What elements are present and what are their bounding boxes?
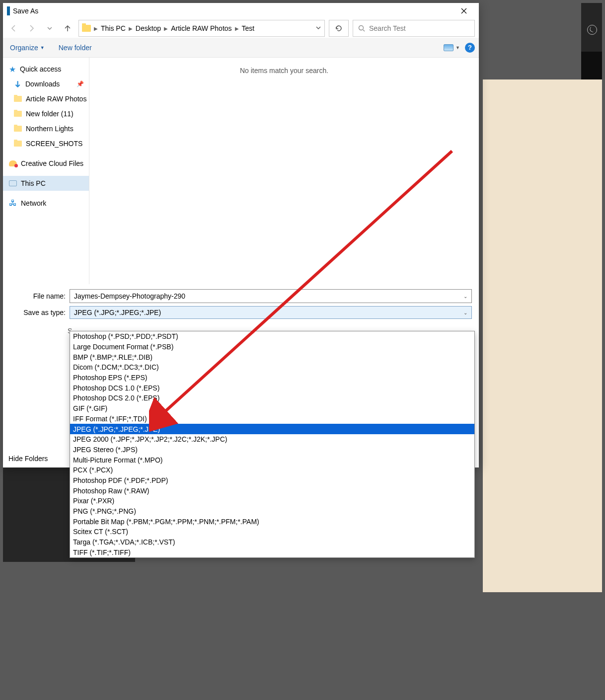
filetype-option[interactable]: Multi-Picture Format (*.MPO) (70, 455, 474, 465)
filetype-option[interactable]: TIFF (*.TIF;*.TIFF) (70, 547, 474, 557)
sidebar-item-downloads[interactable]: ➜ Downloads 📌 (3, 77, 89, 91)
sidebar-this-pc[interactable]: This PC (3, 176, 89, 191)
window-title: Save As (13, 7, 453, 15)
breadcrumb-path[interactable]: ▶ This PC ▶ Desktop ▶ Article RAW Photos… (78, 20, 325, 37)
sidebar-item-folder[interactable]: New folder (11) (3, 106, 89, 121)
breadcrumb-segment[interactable]: Desktop (135, 24, 162, 32)
sidebar-item-folder[interactable]: SCREEN_SHOTS (3, 136, 89, 151)
network-icon: 🖧 (9, 199, 17, 208)
filetype-label: Save as type: (3, 309, 70, 316)
breadcrumb-segment[interactable]: Test (241, 24, 256, 32)
filetype-option[interactable]: JPEG Stereo (*.JPS) (70, 445, 474, 455)
search-box[interactable] (353, 20, 475, 37)
filetype-option[interactable]: Dicom (*.DCM;*.DC3;*.DIC) (70, 362, 474, 373)
folder-icon (14, 141, 22, 147)
filetype-option[interactable]: Portable Bit Map (*.PBM;*.PGM;*.PPM;*.PN… (70, 516, 474, 527)
sidebar-quick-access[interactable]: ★ Quick access (3, 62, 89, 77)
chevron-down-icon: ⌄ (463, 294, 467, 299)
arrow-right-icon (28, 24, 36, 32)
chevron-right-icon: ▶ (164, 26, 168, 31)
close-icon (461, 8, 467, 14)
filetype-option[interactable]: Large Document Format (*.PSB) (70, 342, 474, 352)
sidebar-item-folder[interactable]: Northern Lights (3, 121, 89, 136)
chevron-right-icon: ▶ (129, 26, 133, 31)
back-button[interactable] (7, 21, 21, 35)
sidebar-creative-cloud[interactable]: Creative Cloud Files (3, 156, 89, 171)
breadcrumb-segment[interactable]: Article RAW Photos (170, 24, 232, 32)
filetype-option[interactable]: Photoshop DCS 2.0 (*.EPS) (70, 393, 474, 403)
folder-icon (14, 126, 22, 132)
arrow-up-icon (64, 24, 72, 32)
view-dropdown[interactable]: ▼ (444, 44, 460, 51)
download-icon: ➜ (12, 80, 23, 88)
chevron-down-icon: ⌄ (463, 310, 467, 315)
sidebar-label: Northern Lights (26, 125, 74, 133)
chevron-right-icon: ▶ (235, 26, 239, 31)
filename-value: Jaymes-Dempsey-Photography-290 (74, 292, 185, 300)
folder-icon (14, 96, 22, 102)
sidebar-label: Quick access (20, 65, 61, 73)
refresh-button[interactable] (329, 20, 349, 37)
sidebar-item-folder[interactable]: Article RAW Photos (3, 91, 89, 106)
filetype-option[interactable]: Photoshop EPS (*.EPS) (70, 373, 474, 383)
sidebar-label: SCREEN_SHOTS (26, 140, 82, 148)
organize-label: Organize (10, 44, 38, 52)
folder-icon (82, 25, 91, 32)
filetype-option[interactable]: Scitex CT (*.SCT) (70, 527, 474, 537)
filetype-option[interactable]: GIF (*.GIF) (70, 403, 474, 414)
empty-message: No items match your search. (240, 67, 328, 75)
forward-button[interactable] (25, 21, 39, 35)
filetype-option[interactable]: Photoshop PDF (*.PDF;*.PDP) (70, 475, 474, 486)
path-dropdown[interactable] (315, 24, 321, 33)
folder-icon (14, 111, 22, 117)
search-input[interactable] (369, 24, 469, 32)
file-list: No items match your search. (89, 58, 479, 284)
sidebar-label: Creative Cloud Files (21, 159, 83, 167)
breadcrumb-segment[interactable]: This PC (100, 24, 127, 32)
filetype-option[interactable]: Photoshop DCS 1.0 (*.EPS) (70, 383, 474, 393)
help-button[interactable]: ? (465, 43, 475, 53)
search-icon (358, 25, 365, 32)
pc-icon (9, 180, 17, 186)
new-folder-button[interactable]: New folder (56, 42, 95, 54)
up-button[interactable] (61, 21, 75, 35)
filetype-dropdown[interactable]: JPEG (*.JPG;*.JPEG;*.JPE) ⌄ (70, 306, 472, 319)
filetype-option[interactable]: JPEG 2000 (*.JPF;*.JPX;*.JP2;*.J2C;*.J2K… (70, 434, 474, 445)
filetype-value: JPEG (*.JPG;*.JPEG;*.JPE) (74, 309, 161, 316)
filename-input[interactable]: Jaymes-Dempsey-Photography-290 ⌄ (70, 289, 472, 303)
svg-point-0 (359, 26, 364, 30)
filename-label: File name: (3, 292, 70, 300)
sidebar-label: Downloads (25, 80, 60, 88)
filetype-option[interactable]: IFF Format (*.IFF;*.TDI) (70, 414, 474, 424)
filetype-option[interactable]: PNG (*.PNG;*.PNG) (70, 506, 474, 517)
chevron-down-icon (315, 25, 321, 31)
content-area: ★ Quick access ➜ Downloads 📌 Article RAW… (3, 58, 479, 284)
sidebar-label: Article RAW Photos (26, 95, 86, 103)
sidebar-label: This PC (21, 179, 46, 187)
sidebar-label: Network (21, 199, 46, 207)
chevron-down-icon (47, 26, 52, 31)
filetype-option[interactable]: JPEG (*.JPG;*.JPEG;*.JPE) (70, 424, 474, 434)
filetype-option[interactable]: Targa (*.TGA;*.VDA;*.ICB;*.VST) (70, 537, 474, 547)
sidebar-network[interactable]: 🖧 Network (3, 196, 89, 211)
pin-icon: 📌 (76, 80, 84, 87)
hide-folders-button[interactable]: Hide Folders (8, 455, 48, 463)
filetype-option[interactable]: Pixar (*.PXR) (70, 496, 474, 506)
filetype-option[interactable]: BMP (*.BMP;*.RLE;*.DIB) (70, 352, 474, 362)
close-button[interactable] (453, 4, 475, 18)
filetype-options-list[interactable]: Photoshop (*.PSD;*.PDD;*.PSDT)Large Docu… (70, 331, 475, 558)
filetype-option[interactable]: Photoshop (*.PSD;*.PDD;*.PSDT) (70, 331, 474, 342)
refresh-icon (335, 24, 343, 32)
background-dark-strip (581, 52, 602, 79)
filetype-option[interactable]: Photoshop Raw (*.RAW) (70, 485, 474, 496)
recent-dropdown[interactable] (43, 21, 57, 35)
toolbar: Organize ▼ New folder ▼ ? (3, 38, 479, 58)
chevron-right-icon: ▶ (94, 26, 98, 31)
view-icon (444, 44, 454, 51)
organize-button[interactable]: Organize ▼ (7, 42, 48, 54)
history-icon (587, 25, 597, 35)
star-icon: ★ (9, 65, 16, 74)
filetype-option[interactable]: PCX (*.PCX) (70, 465, 474, 475)
sidebar: ★ Quick access ➜ Downloads 📌 Article RAW… (3, 58, 89, 284)
background-panel (483, 79, 602, 592)
